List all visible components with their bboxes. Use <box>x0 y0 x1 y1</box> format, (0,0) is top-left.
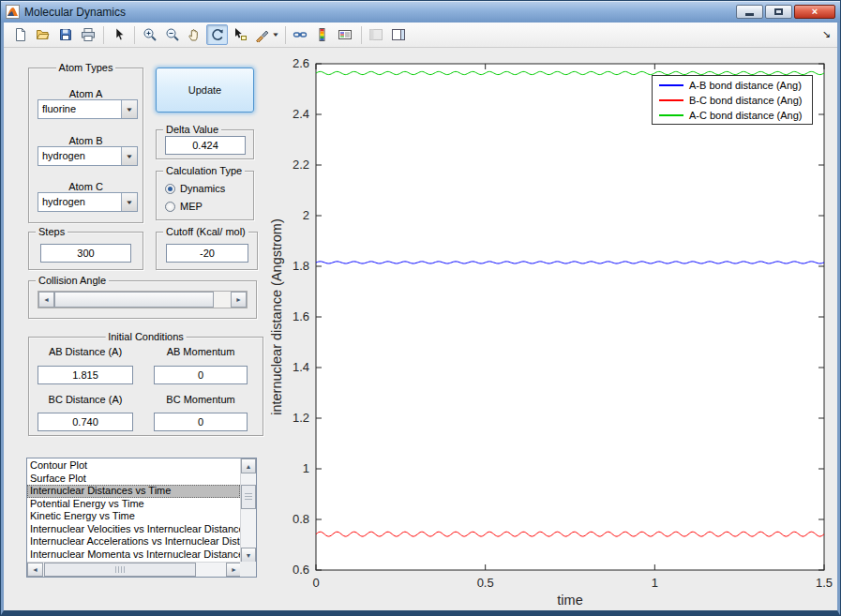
cutoff-input[interactable] <box>166 244 248 263</box>
svg-text:2.4: 2.4 <box>293 107 309 121</box>
atom-b-dropdown-button[interactable]: ▼ <box>121 147 137 165</box>
atom-a-dropdown-button[interactable]: ▼ <box>121 100 137 118</box>
vertical-scroll-thumb[interactable] <box>241 485 256 509</box>
colorbar-icon <box>315 27 330 42</box>
zoom-out-button[interactable] <box>161 24 183 45</box>
scroll-down-button[interactable]: ▼ <box>241 548 256 563</box>
data-cursor-icon <box>233 27 248 42</box>
delta-value-panel: Delta Value <box>156 129 254 159</box>
horizontal-scrollbar[interactable]: ◄ ► <box>27 562 242 577</box>
radio-mep[interactable]: MEP <box>165 201 203 212</box>
svg-text:2.2: 2.2 <box>293 158 309 172</box>
slider-thumb[interactable] <box>54 292 214 308</box>
brush-dropdown-arrow-icon[interactable]: ▼ <box>272 32 280 38</box>
chart-legend[interactable]: A-B bond distance (Ang) B-C bond distanc… <box>652 75 813 125</box>
list-item[interactable]: Internuclear Accelerations vs Internucle… <box>27 535 240 548</box>
show-plot-tools-button[interactable] <box>388 24 410 45</box>
chevron-down-icon: ▼ <box>126 107 134 113</box>
update-button[interactable]: Update <box>156 68 254 113</box>
chevron-down-icon: ▼ <box>126 200 134 205</box>
scroll-up-button[interactable]: ▲ <box>241 458 256 473</box>
atom-b-select[interactable]: hydrogen ▼ <box>38 146 138 166</box>
bc-distance-input[interactable] <box>38 413 133 431</box>
insert-colorbar-button[interactable] <box>312 24 334 45</box>
rotate-3d-button[interactable] <box>206 24 228 45</box>
slider-right-button[interactable]: ► <box>231 292 247 308</box>
legend-line-sample <box>659 99 683 101</box>
data-cursor-button[interactable] <box>229 24 250 45</box>
atom-a-select[interactable]: fluorine ▼ <box>38 99 138 119</box>
new-figure-button[interactable] <box>9 24 31 45</box>
listbox-items: Contour Plot Surface Plot Internuclear D… <box>27 459 240 562</box>
svg-text:1.2: 1.2 <box>293 411 309 425</box>
panel-title: Cutoff (Kcal/ mol) <box>163 226 248 237</box>
vertical-scrollbar[interactable]: ▲ ▼ <box>240 458 256 563</box>
hand-pan-icon <box>188 27 203 42</box>
atom-c-select[interactable]: hydrogen ▼ <box>38 192 138 212</box>
ab-distance-input[interactable] <box>38 366 133 384</box>
svg-text:0: 0 <box>312 576 319 590</box>
save-figure-button[interactable] <box>54 24 76 45</box>
zoom-in-button[interactable] <box>139 24 160 45</box>
open-file-button[interactable] <box>32 24 53 45</box>
legend-label: A-C bond distance (Ang) <box>689 110 802 121</box>
atom-c-value: hydrogen <box>38 193 121 211</box>
ab-momentum-input[interactable] <box>154 366 248 384</box>
scrollbar-corner <box>240 562 256 577</box>
bc-momentum-label: BC Momentum <box>154 394 248 405</box>
panel-title: Calculation Type <box>163 165 245 176</box>
arrow-up-icon: ▲ <box>246 463 252 470</box>
list-item[interactable]: Kinetic Energy vs Time <box>27 510 240 523</box>
delta-value-input[interactable] <box>165 136 246 155</box>
list-item[interactable]: Potential Energy vs Time <box>27 498 240 511</box>
arrow-down-icon: ▼ <box>246 552 252 559</box>
show-plot-tools-icon <box>391 27 406 42</box>
horizontal-scroll-thumb[interactable] <box>44 563 196 577</box>
print-figure-button[interactable] <box>77 24 98 45</box>
arrow-left-icon: ◄ <box>32 566 38 573</box>
list-item[interactable]: Surface Plot <box>27 473 240 486</box>
radio-dynamics[interactable]: Dynamics <box>165 183 225 194</box>
maximize-button[interactable] <box>765 5 792 19</box>
scroll-left-button[interactable]: ◄ <box>27 563 43 577</box>
close-button[interactable]: × <box>794 5 835 19</box>
toolbar-separator <box>285 26 286 44</box>
list-item[interactable]: Contour Plot <box>27 459 240 473</box>
svg-text:1.4: 1.4 <box>293 360 309 374</box>
legend-entry: B-C bond distance (Ang) <box>653 93 812 108</box>
bc-momentum-input[interactable] <box>154 413 248 431</box>
dock-figure-icon[interactable]: ↘ <box>822 28 831 40</box>
atom-c-label: Atom C <box>29 181 143 192</box>
minimize-button[interactable] <box>736 5 763 19</box>
legend-entry: A-C bond distance (Ang) <box>653 108 812 123</box>
pan-button[interactable] <box>184 24 205 45</box>
steps-input[interactable] <box>40 244 131 263</box>
list-item-selected[interactable]: Internuclear Distances vs Time <box>27 485 240 498</box>
ab-momentum-label: AB Momentum <box>154 346 248 357</box>
atom-b-label: Atom B <box>29 135 143 146</box>
titlebar[interactable]: Molecular Dynamics × <box>1 1 840 23</box>
atom-a-label: Atom A <box>29 88 143 99</box>
collision-angle-panel: Collision Angle ◄ ► <box>28 280 257 319</box>
link-plot-button[interactable] <box>290 24 311 45</box>
slider-left-button[interactable]: ◄ <box>38 292 54 308</box>
legend-label: B-C bond distance (Ang) <box>689 95 802 106</box>
list-item[interactable]: Internuclear Velocities vs Internuclear … <box>27 523 240 536</box>
open-folder-icon <box>36 27 51 42</box>
collision-angle-slider[interactable]: ◄ ► <box>38 291 248 308</box>
edit-plot-button[interactable] <box>108 24 129 45</box>
svg-text:1: 1 <box>652 576 658 590</box>
atom-c-dropdown-button[interactable]: ▼ <box>121 193 137 211</box>
close-icon: × <box>812 7 818 17</box>
svg-text:2.6: 2.6 <box>293 56 309 70</box>
brush-data-button[interactable] <box>251 24 273 45</box>
svg-text:time: time <box>557 593 582 608</box>
svg-text:0.8: 0.8 <box>293 512 309 526</box>
list-item[interactable]: Internuclear Momenta vs Internuclear Dis… <box>27 548 240 562</box>
hide-plot-tools-button[interactable] <box>366 24 387 45</box>
legend-line-sample <box>659 114 683 116</box>
app-icon[interactable] <box>6 5 20 19</box>
insert-legend-button[interactable] <box>335 24 356 45</box>
radio-mep-label: MEP <box>180 201 203 212</box>
arrow-right-icon: ► <box>235 296 242 303</box>
